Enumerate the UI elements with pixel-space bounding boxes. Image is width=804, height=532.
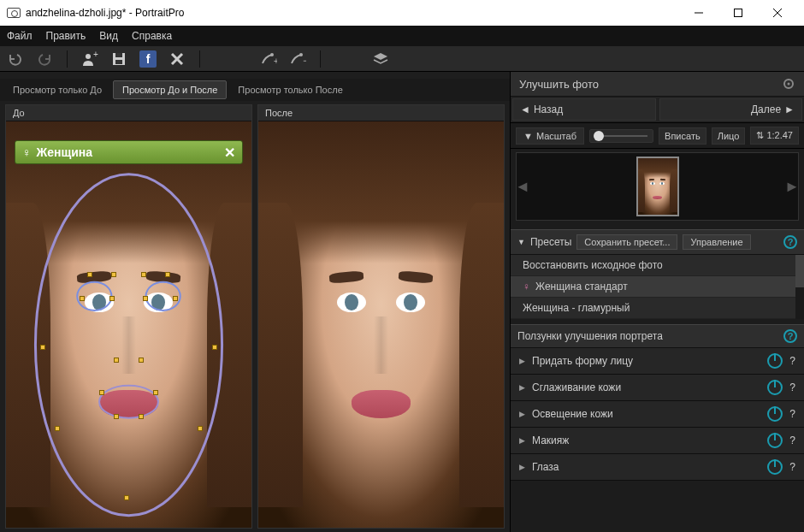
thumbnail-image[interactable] [636, 157, 679, 216]
maximize-icon [734, 9, 742, 17]
menu-help[interactable]: Справка [132, 30, 172, 42]
lock-icon: ⇅ [756, 130, 764, 140]
power-toggle-icon[interactable] [767, 433, 783, 448]
manage-presets-button[interactable]: Управление [683, 234, 750, 250]
preset-female-glamour[interactable]: Женщина - гламурный [511, 298, 804, 319]
preset-restore-original[interactable]: Восстановить исходное фото [511, 255, 804, 276]
slider-skin-smoothing[interactable]: ▶ Сглаживание кожи ? [511, 375, 804, 401]
redo-button[interactable] [36, 50, 53, 68]
chevron-right-icon: ▶ [519, 383, 525, 392]
tab-after-only[interactable]: Просмотр только После [228, 80, 352, 99]
help-icon[interactable]: ? [789, 434, 795, 446]
chevron-right-icon: ▶ [519, 463, 525, 471]
layers-button[interactable] [372, 50, 389, 68]
add-person-button[interactable]: + [81, 50, 98, 68]
svg-text:−: − [303, 55, 306, 66]
after-image[interactable] [258, 121, 504, 528]
share-facebook-button[interactable]: f [139, 50, 157, 68]
svg-point-4 [86, 54, 91, 59]
nav-back-button[interactable]: ◄ Назад [512, 98, 656, 121]
tab-before-after[interactable]: Просмотр До и После [113, 80, 227, 99]
sliders-list: ▶ Придать форму лицу ? ▶ Сглаживание кож… [511, 348, 804, 481]
help-icon[interactable]: ? [783, 235, 797, 249]
thumb-next-button[interactable]: ► [786, 153, 798, 220]
gender-text: Женщина [37, 145, 93, 159]
settings-gear-icon[interactable] [782, 77, 795, 91]
controls-title: Улучшить фото [519, 78, 599, 91]
help-icon[interactable]: ? [783, 329, 797, 343]
before-panel: До [5, 104, 252, 529]
minimize-icon [695, 9, 703, 17]
power-toggle-icon[interactable] [767, 406, 783, 422]
gender-badge-close[interactable]: ✕ [224, 145, 235, 161]
toolbar: + f + − [0, 46, 804, 72]
save-preset-button[interactable]: Сохранить пресет... [576, 234, 677, 250]
presets-header[interactable]: ▼ Пресеты Сохранить пресет... Управление… [511, 229, 804, 255]
thumb-prev-button[interactable]: ◄ [517, 153, 529, 220]
presets-list: Восстановить исходное фото ♀Женщина стан… [511, 255, 804, 319]
power-toggle-icon[interactable] [767, 459, 783, 475]
nav-back-label: Назад [534, 103, 563, 115]
close-icon [773, 9, 782, 17]
window-titlebar: andzhelina-dzholi.jpg* - PortraitPro [0, 0, 804, 26]
close-button[interactable] [758, 0, 797, 26]
slider-eyes[interactable]: ▶ Глаза ? [511, 454, 804, 481]
zoom-ratio-display[interactable]: ⇅ 1:2.47 [750, 127, 799, 145]
menubar: Файл Править Вид Справка [0, 26, 804, 46]
zoom-row: ▼ Масштаб Вписать Лицо ⇅ 1:2.47 [511, 123, 804, 149]
slider-skin-lighting[interactable]: ▶ Освещение кожи ? [511, 401, 804, 428]
brush-minus-button[interactable]: − [289, 50, 306, 68]
zoom-dropdown[interactable]: ▼ Масштаб [516, 127, 584, 145]
face-outline-overlay [6, 121, 251, 528]
filename-text: andzhelina-dzholi.jpg* [26, 7, 126, 19]
svg-point-18 [99, 386, 158, 418]
svg-rect-1 [735, 9, 742, 17]
menu-view[interactable]: Вид [99, 30, 118, 42]
svg-rect-7 [115, 53, 122, 57]
svg-point-15 [35, 174, 222, 516]
chevron-right-icon: ► [784, 103, 795, 115]
chevron-left-icon: ◄ [520, 103, 530, 115]
nav-next-button[interactable]: Далее ► [659, 98, 803, 121]
chevron-down-icon: ▼ [517, 238, 525, 246]
zoom-fit-button[interactable]: Вписать [659, 127, 706, 145]
chevron-right-icon: ▶ [519, 410, 525, 418]
slider-face-shape[interactable]: ▶ Придать форму лицу ? [511, 348, 804, 375]
sliders-header: Ползунки улучшения портрета ? [511, 324, 804, 348]
before-label: До [6, 105, 251, 121]
help-icon[interactable]: ? [789, 355, 795, 367]
sliders-title: Ползунки улучшения портрета [517, 330, 663, 342]
cancel-button[interactable] [168, 50, 186, 68]
brush-plus-button[interactable]: + [260, 50, 277, 68]
female-symbol-icon: ♀ [22, 145, 32, 159]
presets-scrollbar[interactable] [795, 255, 804, 319]
undo-button[interactable] [7, 50, 24, 68]
image-compare-pane: Просмотр только До Просмотр До и После П… [0, 72, 510, 532]
preset-female-standard[interactable]: ♀Женщина стандарт [511, 276, 804, 298]
presets-label: Пресеты [530, 236, 571, 248]
maximize-button[interactable] [718, 0, 758, 26]
svg-point-20 [788, 83, 790, 86]
app-icon [7, 8, 21, 18]
menu-file[interactable]: Файл [7, 30, 33, 42]
tab-before-only[interactable]: Просмотр только До [3, 80, 111, 99]
after-panel: После [257, 104, 505, 529]
slider-makeup[interactable]: ▶ Макияж ? [511, 428, 804, 454]
thumbnail-strip: ◄ ► [516, 152, 799, 221]
after-label: После [258, 105, 504, 121]
controls-pane: Улучшить фото ◄ Назад Далее ► ▼ Масштаб [510, 72, 804, 532]
zoom-slider[interactable] [589, 129, 653, 143]
zoom-face-button[interactable]: Лицо [712, 127, 746, 145]
help-icon[interactable]: ? [789, 381, 795, 393]
facebook-icon: f [139, 50, 157, 68]
help-icon[interactable]: ? [789, 461, 795, 473]
chevron-right-icon: ▶ [519, 357, 525, 365]
help-icon[interactable]: ? [789, 408, 795, 420]
minimize-button[interactable] [679, 0, 718, 26]
menu-edit[interactable]: Править [46, 30, 86, 42]
appname-text: PortraitPro [135, 7, 184, 19]
save-button[interactable] [110, 50, 127, 68]
before-image[interactable]: ♀ Женщина ✕ [6, 121, 251, 528]
nav-next-label: Далее [751, 103, 781, 115]
power-toggle-icon[interactable] [767, 353, 783, 369]
